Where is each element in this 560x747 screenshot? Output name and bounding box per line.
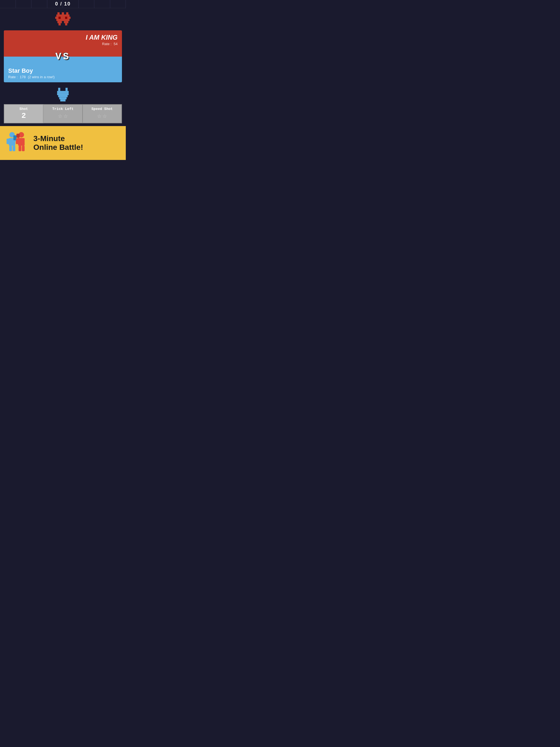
svg-rect-30 [22,138,25,144]
svg-rect-12 [58,88,60,91]
speed-star-2: ☆ [103,113,107,119]
player2-section: Star Boy Rate : 178 (2 wins in a row!) [4,64,122,82]
svg-rect-15 [57,93,69,95]
trick-star-2: ☆ [63,113,68,119]
hand-area [0,82,126,104]
shot-button[interactable]: Shot 2 [4,104,44,123]
trick-left-button[interactable]: Trick Left ☆ ☆ [44,104,82,123]
svg-rect-18 [60,99,65,101]
trick-stars: ☆ ☆ [45,113,81,119]
battle-card: I AM KING Rate : 54 VS Star Boy Rate : 1… [4,30,122,82]
svg-rect-5 [56,19,70,21]
trick-star-1: ☆ [58,113,62,119]
svg-rect-21 [6,138,9,144]
svg-rect-24 [12,146,15,151]
player2-rate: Rate : 178 (2 wins in a row!) [8,75,118,79]
svg-rect-6 [57,21,62,23]
speed-shot-button[interactable]: Speed Shot ☆ ☆ [83,104,122,123]
shot-label: Shot [5,107,42,111]
vs-divider: VS [4,49,122,64]
player2-name: Star Boy [8,67,118,74]
promo-line2: Online Battle! [33,143,83,152]
svg-rect-17 [59,97,67,100]
svg-rect-23 [9,146,12,151]
player1-name: I AM KING [8,34,118,41]
svg-rect-3 [56,15,70,17]
trick-label: Trick Left [45,107,81,111]
svg-rect-0 [57,12,59,15]
svg-rect-32 [22,146,25,151]
action-buttons-row: Shot 2 Trick Left ☆ ☆ Speed Shot ☆ ☆ [4,104,122,123]
svg-rect-16 [58,95,68,97]
svg-rect-13 [66,88,68,91]
svg-rect-10 [58,17,61,19]
player1-rate: Rate : 54 [8,42,118,46]
score-display: 0 / 10 [55,1,71,7]
svg-rect-9 [65,23,67,25]
svg-rect-4 [55,17,71,19]
svg-rect-11 [65,17,67,19]
shot-value: 2 [5,111,42,120]
hand-icon [57,88,69,101]
promo-banner: 3-Minute Online Battle! [0,126,126,160]
monster-area [0,8,126,30]
promo-text-block: 3-Minute Online Battle! [33,134,83,152]
speed-label: Speed Shot [84,107,120,111]
svg-rect-2 [66,12,68,15]
speed-stars: ☆ ☆ [84,113,120,119]
promo-players-icon [4,131,29,154]
speed-star-1: ☆ [97,113,101,119]
vs-text: VS [55,51,70,62]
svg-rect-34 [17,134,20,137]
svg-rect-7 [64,21,68,23]
svg-rect-1 [62,12,64,15]
svg-rect-14 [57,91,69,93]
pixel-monster-icon [54,12,72,28]
player1-section: I AM KING Rate : 54 [4,30,122,49]
players-svg [4,131,29,153]
svg-rect-31 [19,146,21,151]
promo-line1: 3-Minute [33,134,83,143]
svg-rect-8 [58,23,61,25]
